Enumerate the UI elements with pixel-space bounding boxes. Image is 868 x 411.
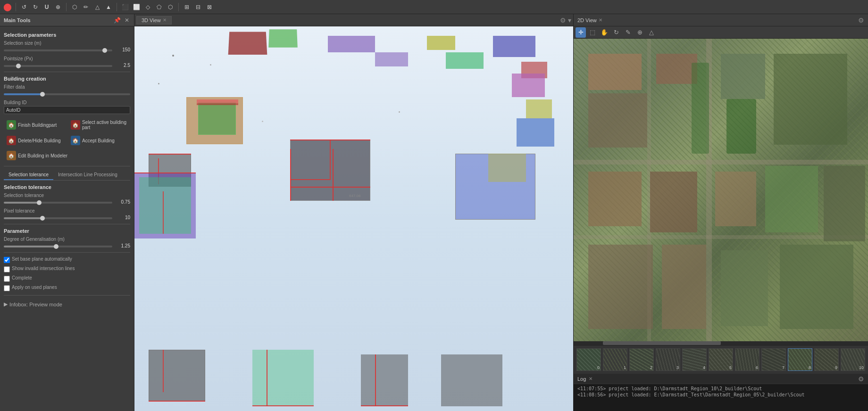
thumb-2[interactable]: 2 <box>629 348 654 371</box>
thumb-3[interactable]: 3 <box>656 348 680 371</box>
sep1 <box>16 3 16 11</box>
pointsize-label: Pointsize (Px) <box>4 56 130 61</box>
redo-btn[interactable]: ↻ <box>31 2 40 12</box>
thumb-5[interactable]: 5 <box>709 348 733 371</box>
edit-building-modeler-btn[interactable]: 🏠 Edit Building in Modeler <box>4 149 130 162</box>
2d-zoom-icon[interactable]: ⊕ <box>634 27 645 38</box>
pointsize-slider-container <box>4 62 112 68</box>
check-complete[interactable] <box>4 276 10 282</box>
pixel-tol-slider[interactable] <box>4 217 112 219</box>
sep-2 <box>4 166 130 166</box>
log-close[interactable]: ✕ <box>589 376 593 381</box>
sel-tol-section-title: Selection tolerance <box>4 184 130 190</box>
check-base-plane-row: Set base plane automatically <box>4 256 130 263</box>
deg-gen-label: Degree of Generalisation (m) <box>4 237 130 242</box>
panel-title: Main Tools <box>4 17 31 23</box>
tool-sq1[interactable]: ⬛ <box>120 2 130 12</box>
main-area: Main Tools 📌 ✕ Selection parameters Sele… <box>0 14 868 411</box>
thumb-8[interactable]: 8 <box>788 348 812 371</box>
thumb-scrollbar[interactable] <box>574 341 868 345</box>
action-buttons: 🏠 Finish Buildingpart 🏠 Select active bu… <box>4 118 130 162</box>
thumb-10[interactable]: 10 <box>841 348 865 371</box>
finish-buildingpart-btn[interactable]: 🏠 Finish Buildingpart <box>4 118 66 132</box>
sep2 <box>66 3 67 11</box>
2d-icons: ✛ ⬚ ✋ ↻ ✎ ⊕ △ <box>576 27 657 38</box>
2d-tri-icon[interactable]: △ <box>646 27 657 38</box>
log-header: Log ✕ ⚙ <box>574 374 868 384</box>
2d-view-close[interactable]: ✕ <box>599 17 602 23</box>
tool-build2[interactable]: ⊟ <box>193 2 203 12</box>
check-base-plane[interactable] <box>4 257 10 263</box>
thumbnail-strip: 0 1 2 3 4 5 6 <box>574 345 868 373</box>
2d-edit-icon[interactable]: ✎ <box>623 27 633 38</box>
tool-pent[interactable]: ⬠ <box>154 2 164 12</box>
panel-header: Main Tools 📌 ✕ <box>0 14 134 26</box>
thumb-1[interactable]: 1 <box>603 348 627 371</box>
2d-rotate-icon[interactable]: ↻ <box>611 27 621 38</box>
tool-draw[interactable]: ✏ <box>81 2 91 12</box>
thumb-9[interactable]: 9 <box>814 348 839 371</box>
tool-target[interactable]: ⊕ <box>53 2 63 12</box>
pixel-tol-label: Pixel tolerance <box>4 208 130 214</box>
2d-nav-icon[interactable]: ✛ <box>576 27 586 38</box>
tool-sq2[interactable]: ⬜ <box>132 2 141 12</box>
tool-build3[interactable]: ⊠ <box>205 2 214 12</box>
accept-building-btn[interactable]: 🏠 Accept Building <box>68 134 130 147</box>
thumb-0[interactable]: 0 <box>576 348 601 371</box>
tool-build1[interactable]: ⊞ <box>182 2 192 12</box>
log-settings[interactable]: ⚙ <box>858 375 864 383</box>
infobox-arrow: ▶ <box>4 301 8 307</box>
sel-tol-slider[interactable] <box>4 202 112 204</box>
tab-intersection-line[interactable]: Intersection Line Processing <box>53 170 122 180</box>
pixel-tol-value: 10 <box>115 215 130 220</box>
infobox-row[interactable]: ▶ Infobox: Preview mode <box>4 299 130 309</box>
tool-hex1[interactable]: ⬡ <box>70 2 79 12</box>
2d-hand-icon[interactable]: ✋ <box>599 27 609 38</box>
param-section-title: Parameter <box>4 228 130 234</box>
sep4 <box>178 3 179 11</box>
tab-selection-tolerance[interactable]: Selection tolerance <box>4 170 53 180</box>
finish-buildingpart-icon: 🏠 <box>7 120 16 130</box>
app-icon[interactable]: ⬤ <box>3 2 12 12</box>
building-id-input[interactable] <box>4 106 130 114</box>
3d-view-settings[interactable]: ⚙ ▾ <box>560 16 571 24</box>
2d-grid-icon[interactable]: ⬚ <box>587 27 598 38</box>
sep-4 <box>4 252 130 253</box>
close-panel-btn[interactable]: ✕ <box>124 17 130 24</box>
thumb-4[interactable]: 4 <box>682 348 707 371</box>
selection-params-title: Selection parameters <box>4 32 130 38</box>
tool-diamond[interactable]: ◇ <box>143 2 152 12</box>
deg-gen-slider[interactable] <box>4 246 112 247</box>
undo-btn[interactable]: ↺ <box>19 2 29 12</box>
tool-u[interactable]: U <box>42 2 51 12</box>
tool-tri2[interactable]: ▲ <box>104 2 113 12</box>
panel-content: Selection parameters Selection size (m) … <box>0 26 134 411</box>
thumb-6[interactable]: 6 <box>735 348 760 371</box>
3d-view-canvas[interactable]: 647.08 <box>134 26 573 411</box>
2d-view-tab[interactable]: 2D View ✕ <box>577 17 602 23</box>
delete-hide-building-btn[interactable]: 🏠 Delete/Hide Building <box>4 134 66 147</box>
sep-5 <box>4 295 130 296</box>
thumb-7[interactable]: 7 <box>761 348 786 371</box>
log-panel: Log ✕ ⚙ <11:07:55> project loaded: D:\Da… <box>574 373 868 411</box>
sep-3 <box>4 224 130 224</box>
tool-hex2[interactable]: ⬡ <box>166 2 175 12</box>
tool-tri1[interactable]: △ <box>92 2 102 12</box>
pointsize-slider[interactable] <box>4 65 112 67</box>
thumb-5-label: 5 <box>729 365 732 370</box>
check-show-invalid[interactable] <box>4 266 10 272</box>
select-active-building-btn[interactable]: 🏠 Select active building part <box>68 118 130 132</box>
2d-view-settings[interactable]: ⚙ <box>858 16 864 24</box>
2d-view-header: 2D View ✕ ⚙ <box>574 14 868 26</box>
deg-gen-row: 1.25 <box>4 243 130 248</box>
check-apply-planes[interactable] <box>4 285 10 291</box>
filter-data-slider[interactable] <box>4 93 130 95</box>
thumb-1-label: 1 <box>624 365 626 370</box>
selection-size-slider[interactable] <box>4 49 112 51</box>
3d-view-tab[interactable]: 3D View ✕ <box>136 16 172 25</box>
pin-btn[interactable]: 📌 <box>113 17 122 24</box>
2d-view-canvas[interactable] <box>574 39 868 341</box>
check-base-plane-label: Set base plane automatically <box>12 256 72 262</box>
infobox-label: Infobox: Preview mode <box>9 302 62 307</box>
3d-view-close[interactable]: ✕ <box>163 17 167 23</box>
